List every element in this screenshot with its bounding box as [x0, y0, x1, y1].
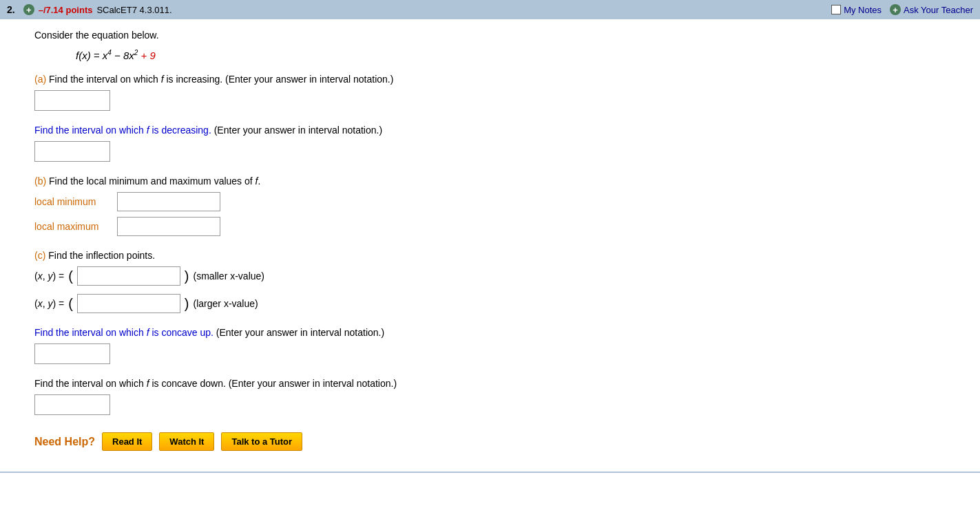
inflection-larger-row: (x, y) = ( ) (larger x-value) — [34, 294, 959, 313]
concave-up-input[interactable] — [34, 343, 110, 364]
part-a-decreasing-text: Find the interval on which f is decreasi… — [34, 125, 959, 136]
concave-down-input[interactable] — [34, 394, 110, 415]
find-label-blue: Find the interval on which f is decreasi… — [34, 125, 211, 136]
bottom-divider — [0, 472, 980, 473]
equation-display: f(x) = x4 − 8x2 + 9 — [76, 49, 959, 61]
inflection-larger-input[interactable] — [77, 294, 180, 313]
local-maximum-label: local maximum — [34, 221, 110, 232]
part-b-label: (b) — [34, 176, 46, 187]
increasing-input[interactable] — [34, 90, 110, 111]
inflection-larger-xy-label: (x, y) = — [34, 298, 64, 309]
ask-teacher-label: Ask Your Teacher — [904, 5, 973, 15]
concave-down-text: Find the interval on which f is concave … — [34, 378, 959, 389]
source-text: SCalcET7 4.3.011. — [96, 5, 171, 15]
part-a-increasing-section: (a) Find the interval on which f is incr… — [34, 74, 959, 111]
top-bar-left: 2. + –/7.14 points SCalcET7 4.3.011. — [7, 4, 172, 15]
my-notes-link[interactable]: My Notes — [831, 5, 882, 15]
part-c-label: (c) — [34, 250, 45, 261]
part-b-text: (b) Find the local minimum and maximum v… — [34, 176, 959, 187]
concave-up-text: Find the interval on which f is concave … — [34, 327, 959, 338]
top-bar: 2. + –/7.14 points SCalcET7 4.3.011. My … — [0, 0, 980, 19]
part-b-description: Find the local minimum and maximum value… — [49, 176, 260, 187]
smaller-hint: (smaller x-value) — [194, 271, 264, 282]
main-content: Consider the equation below. f(x) = x4 −… — [0, 19, 980, 465]
part-c-section: (c) Find the inflection points. (x, y) =… — [34, 250, 959, 313]
inflection-smaller-xy-label: (x, y) = — [34, 271, 64, 282]
ask-teacher-link[interactable]: + Ask Your Teacher — [890, 4, 973, 15]
concave-down-section: Find the interval on which f is concave … — [34, 378, 959, 415]
local-min-input[interactable] — [117, 192, 220, 211]
concave-up-extra: (Enter your answer in interval notation.… — [216, 327, 384, 338]
concave-up-section: Find the interval on which f is concave … — [34, 327, 959, 364]
talk-tutor-button[interactable]: Talk to a Tutor — [221, 432, 302, 451]
my-notes-label: My Notes — [844, 5, 882, 15]
top-bar-right: My Notes + Ask Your Teacher — [831, 4, 973, 15]
larger-hint: (larger x-value) — [194, 298, 258, 309]
local-max-input[interactable] — [117, 217, 220, 236]
local-max-row: local maximum — [34, 217, 959, 236]
plus-icon-blue: + — [890, 4, 901, 15]
part-a-increasing-text: (a) Find the interval on which f is incr… — [34, 74, 959, 85]
plus-icon-green: + — [23, 4, 34, 15]
close-paren-1: ) — [185, 269, 189, 283]
eq-fx: f(x) = x4 − 8x2 — [76, 50, 138, 61]
read-it-button[interactable]: Read It — [102, 432, 152, 451]
part-b-section: (b) Find the local minimum and maximum v… — [34, 176, 959, 236]
points-text: –/7.14 points — [39, 5, 93, 15]
local-min-row: local minimum — [34, 192, 959, 211]
part-a-decreasing-section: Find the interval on which f is decreasi… — [34, 125, 959, 162]
intro-text: Consider the equation below. — [34, 30, 959, 41]
concave-down-label: Find the interval on which f is concave … — [34, 378, 397, 389]
part-a-increasing-label: Find the interval on which f is increasi… — [49, 74, 393, 85]
part-a-label: (a) — [34, 74, 46, 85]
decreasing-input[interactable] — [34, 141, 110, 162]
close-paren-2: ) — [185, 297, 189, 310]
notes-checkbox-icon[interactable] — [831, 5, 841, 14]
watch-it-button[interactable]: Watch It — [159, 432, 214, 451]
need-help-label: Need Help? — [34, 436, 95, 448]
question-number: 2. — [7, 4, 15, 15]
open-paren-2: ( — [68, 297, 73, 310]
open-paren-1: ( — [68, 269, 73, 283]
part-c-description: Find the inflection points. — [48, 250, 155, 261]
eq-plus9: + 9 — [138, 50, 155, 61]
part-a-decreasing-extra: (Enter your answer in interval notation.… — [214, 125, 382, 136]
inflection-smaller-input[interactable] — [77, 266, 180, 286]
part-c-text: (c) Find the inflection points. — [34, 250, 959, 261]
need-help-section: Need Help? Read It Watch It Talk to a Tu… — [34, 432, 959, 451]
local-minimum-label: local minimum — [34, 196, 110, 207]
inflection-smaller-row: (x, y) = ( ) (smaller x-value) — [34, 266, 959, 286]
concave-up-label-blue: Find the interval on which f is concave … — [34, 327, 213, 338]
